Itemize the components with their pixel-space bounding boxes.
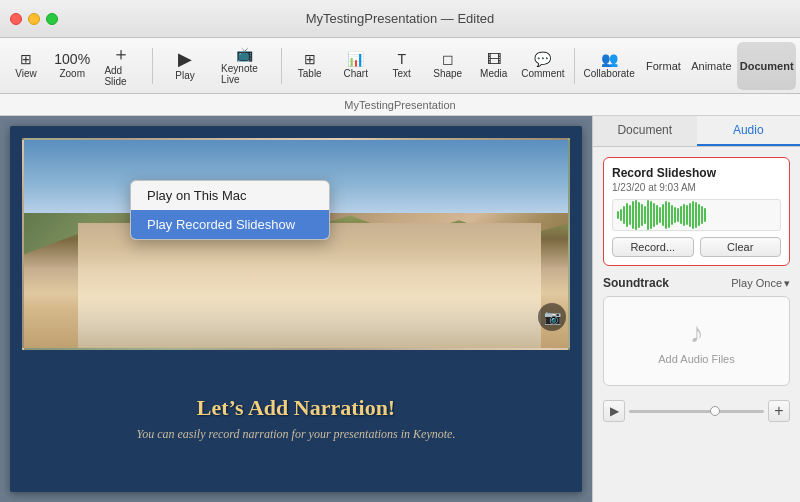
add-slide-icon: ＋ [112,45,130,63]
animate-button[interactable]: Animate [687,42,735,90]
breadcrumb: MyTestingPresentation [0,94,800,116]
play-icon: ▶ [178,50,192,68]
zoom-button[interactable]: 100% Zoom [50,42,94,90]
traffic-lights [0,13,58,25]
separator-2 [281,48,282,84]
zoom-icon: 100% [54,52,90,66]
separator-1 [152,48,153,84]
play-recorded-item[interactable]: Play Recorded Slideshow [131,210,329,239]
play-once-selector[interactable]: Play Once ▾ [731,277,790,290]
chart-button[interactable]: 📊 Chart [334,42,378,90]
table-button[interactable]: ⊞ Table [288,42,332,90]
clear-button[interactable]: Clear [700,237,782,257]
play-ctrl-button[interactable]: ▶ [603,400,625,422]
slide-text-area: Let’s Add Narration! You can easily reco… [10,346,582,492]
slide-title: Let’s Add Narration! [197,395,395,421]
camera-icon[interactable]: 📷 [538,303,566,331]
table-icon: ⊞ [304,52,316,66]
keynote-live-icon: 📺 [236,47,253,61]
soundtrack-section: Soundtrack Play Once ▾ ♪ Add Audio Files [603,276,790,386]
shape-button[interactable]: ◻ Shape [426,42,470,90]
right-panel: Document Audio Record Slideshow 1/23/20 … [592,116,800,502]
collaborate-button[interactable]: 👥 Collaborate [581,42,638,90]
media-button[interactable]: 🎞 Media [472,42,516,90]
toolbar: ⊞ View 100% Zoom ＋ Add Slide ▶ Play 📺 Ke… [0,38,800,94]
shape-icon: ◻ [442,52,454,66]
slide-subtitle: You can easily record narration for your… [137,427,456,442]
text-icon: T [397,52,406,66]
slide-image [22,138,570,350]
text-button[interactable]: T Text [380,42,424,90]
separator-3 [574,48,575,84]
window-title: MyTestingPresentation — Edited [306,11,495,26]
play-button[interactable]: ▶ Play [159,42,211,90]
record-button[interactable]: Record... [612,237,694,257]
panel-tabs: Document Audio [593,116,800,147]
add-audio-label: Add Audio Files [658,353,734,365]
chart-icon: 📊 [347,52,364,66]
waveform [612,199,781,231]
collaborate-icon: 👥 [601,52,618,66]
record-title: Record Slideshow [612,166,781,180]
view-button[interactable]: ⊞ View [4,42,48,90]
document-button[interactable]: Document [737,42,796,90]
maximize-button[interactable] [46,13,58,25]
volume-slider[interactable] [629,410,764,413]
minimize-button[interactable] [28,13,40,25]
audio-drop-zone[interactable]: ♪ Add Audio Files [603,296,790,386]
add-slide-button[interactable]: ＋ Add Slide [96,42,146,90]
chevron-down-icon: ▾ [784,277,790,290]
add-track-button[interactable]: + [768,400,790,422]
close-button[interactable] [10,13,22,25]
soundtrack-label: Soundtrack [603,276,669,290]
music-note-icon: ♪ [690,317,704,349]
buildings [78,223,540,348]
record-section: Record Slideshow 1/23/20 at 9:03 AM Reco… [603,157,790,266]
tab-audio[interactable]: Audio [697,116,801,146]
titlebar: MyTestingPresentation — Edited [0,0,800,38]
tab-document[interactable]: Document [593,116,697,146]
volume-thumb [710,406,720,416]
comment-button[interactable]: 💬 Comment [518,42,568,90]
record-date: 1/23/20 at 9:03 AM [612,182,781,193]
format-button[interactable]: Format [641,42,685,90]
view-icon: ⊞ [20,52,32,66]
media-icon: 🎞 [487,52,501,66]
slide-area: Let’s Add Narration! You can easily reco… [0,116,592,502]
audio-panel: Record Slideshow 1/23/20 at 9:03 AM Reco… [593,147,800,502]
playback-controls: ▶ + [603,396,790,426]
comment-icon: 💬 [534,52,551,66]
play-dropdown-menu: Play on This Mac Play Recorded Slideshow [130,180,330,240]
record-buttons: Record... Clear [612,237,781,257]
play-on-mac-item[interactable]: Play on This Mac [131,181,329,210]
main-area: Let’s Add Narration! You can easily reco… [0,116,800,502]
soundtrack-header: Soundtrack Play Once ▾ [603,276,790,290]
keynote-live-button[interactable]: 📺 Keynote Live [213,42,275,90]
